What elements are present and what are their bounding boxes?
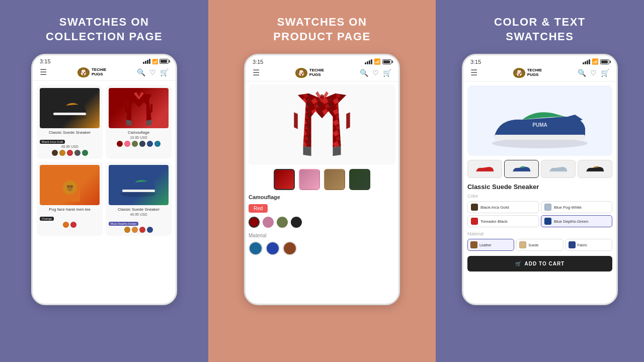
material-option-label: Fabric xyxy=(578,243,587,247)
color-option-item[interactable]: Black-Inca Gold xyxy=(467,201,539,213)
material-dot-item[interactable] xyxy=(283,241,297,255)
product-heading: SWATCHES ON PRODUCT PAGE xyxy=(273,15,371,44)
swatch-item[interactable] xyxy=(124,141,130,147)
detail-panel: COLOR & TEXT SWATCHES 3:15 📶 ☰ 🐶 TECHIE xyxy=(436,0,644,362)
brand-logo: 🐶 TECHIE PUGS xyxy=(77,67,106,77)
material-dot-list xyxy=(249,241,395,255)
svg-rect-15 xyxy=(513,171,530,173)
cart-icon[interactable]: 🛒 xyxy=(383,69,391,77)
brand-name: TECHIE PUGS xyxy=(309,68,324,77)
swatch-item[interactable] xyxy=(117,141,123,147)
material-swatch xyxy=(519,241,526,248)
time: 3:15 xyxy=(253,59,263,65)
tshirt-svg xyxy=(52,166,88,204)
swatch-item[interactable] xyxy=(82,150,88,156)
material-option-item[interactable]: Suede xyxy=(516,239,563,251)
cart-icon[interactable]: 🛒 xyxy=(160,68,169,76)
product-name: Pug face hand men tee xyxy=(40,207,100,212)
color-thumb-item[interactable] xyxy=(349,169,370,190)
wishlist-icon[interactable]: ♡ xyxy=(590,69,597,77)
list-item: Classic Suede Sneaker Black-Inca Gold 49… xyxy=(37,85,103,159)
swatch-item[interactable] xyxy=(139,141,145,147)
detail-content: PUMA Classic Suede Sneaker xyxy=(463,81,616,276)
menu-icon[interactable]: ☰ xyxy=(253,69,260,77)
product-price: 49.95 USD xyxy=(40,145,100,148)
product-price: 49.95 USD xyxy=(109,213,169,216)
swatch-item[interactable] xyxy=(132,227,138,233)
color-thumb-item[interactable] xyxy=(299,169,320,190)
battery-icon xyxy=(382,59,391,64)
search-icon[interactable]: 🔍 xyxy=(137,68,145,76)
nav-bar: ☰ 🐶 TECHIE PUGS 🔍 ♡ 🛒 xyxy=(246,66,398,81)
status-bar: 3:15 📶 xyxy=(33,55,176,65)
swatch-item[interactable] xyxy=(147,141,153,147)
color-option-label: Blue Fog-White xyxy=(554,205,582,210)
color-dot-list xyxy=(249,217,395,228)
swatch-item[interactable] xyxy=(147,227,153,233)
product-thumbnail-list xyxy=(467,160,612,178)
color-option-item[interactable]: Toreador-Black xyxy=(467,215,539,227)
product-price: 19.95 USD xyxy=(109,136,169,139)
nav-action-icons: 🔍 ♡ 🛒 xyxy=(137,68,169,76)
nav-action-icons: 🔍 ♡ 🛒 xyxy=(578,69,609,77)
menu-icon[interactable]: ☰ xyxy=(40,68,47,76)
color-dot-item[interactable] xyxy=(291,217,302,228)
color-thumb-item[interactable] xyxy=(274,169,295,190)
wifi-icon: 📶 xyxy=(592,58,599,65)
swatch-item[interactable] xyxy=(132,141,138,147)
product-image xyxy=(40,88,100,128)
thumbnail-item[interactable] xyxy=(467,160,502,178)
swatch-item[interactable] xyxy=(124,227,130,233)
material-dot-item[interactable] xyxy=(249,241,263,255)
swatch-item[interactable] xyxy=(52,150,58,156)
swatch-item[interactable] xyxy=(70,222,76,228)
color-option-item[interactable]: Blue Fog-White xyxy=(541,201,612,213)
cart-button-label: ADD TO CART xyxy=(525,261,565,266)
thumbnail-item[interactable] xyxy=(541,160,576,178)
svg-text:PUMA: PUMA xyxy=(532,122,547,128)
sneaker-svg xyxy=(51,95,89,122)
add-to-cart-button[interactable]: 🛒 ADD TO CART xyxy=(467,256,612,272)
color-swatches xyxy=(40,150,100,156)
swatch-item[interactable] xyxy=(74,150,80,156)
swatch-item[interactable] xyxy=(67,150,73,156)
swatch-item[interactable] xyxy=(139,227,145,233)
time: 3:15 xyxy=(470,59,481,65)
color-section-label: Color xyxy=(467,194,612,199)
brand-logo: 🐶 TECHIE PUGS xyxy=(295,68,324,78)
jacket-svg xyxy=(121,89,156,127)
jacket-main-svg xyxy=(287,87,357,162)
brand-name: TECHIE PUGS xyxy=(92,68,106,77)
wishlist-icon[interactable]: ♡ xyxy=(372,69,379,77)
menu-icon[interactable]: ☰ xyxy=(470,69,477,77)
svg-point-3 xyxy=(67,185,70,188)
material-option-item[interactable]: Fabric xyxy=(566,239,612,251)
material-section-label: Material xyxy=(467,231,612,236)
material-option-list: Leather Suede Fabric xyxy=(467,239,612,251)
material-option-item[interactable]: Leather xyxy=(467,239,514,251)
cart-icon[interactable]: 🛒 xyxy=(601,69,609,77)
wishlist-icon[interactable]: ♡ xyxy=(149,68,156,76)
color-dot-item[interactable] xyxy=(277,217,288,228)
color-thumb-item[interactable] xyxy=(324,169,345,190)
detail-heading: COLOR & TEXT SWATCHES xyxy=(494,15,586,44)
color-dot-item[interactable] xyxy=(263,217,274,228)
thumbnail-item[interactable] xyxy=(578,160,612,178)
status-icons: 📶 xyxy=(365,58,391,65)
thumbnail-item[interactable] xyxy=(504,160,539,178)
nav-bar: ☰ 🐶 TECHIE PUGS 🔍 ♡ 🛒 xyxy=(463,66,616,81)
material-label: Material xyxy=(249,233,395,238)
swatch-item[interactable] xyxy=(59,150,65,156)
wifi-icon: 📶 xyxy=(152,59,158,64)
swatch-item[interactable] xyxy=(154,141,160,147)
swatch-item[interactable] xyxy=(63,222,69,228)
color-option-label: Black-Inca Gold xyxy=(480,205,509,210)
product-image xyxy=(109,88,169,128)
selected-variant: Orange xyxy=(40,217,54,221)
color-option-item[interactable]: Blue Depths-Green xyxy=(541,215,612,227)
material-dot-item[interactable] xyxy=(266,241,280,255)
search-icon[interactable]: 🔍 xyxy=(578,69,586,77)
search-icon[interactable]: 🔍 xyxy=(360,69,368,77)
color-dot-item[interactable] xyxy=(249,217,260,228)
product-main-image: PUMA xyxy=(467,85,612,156)
